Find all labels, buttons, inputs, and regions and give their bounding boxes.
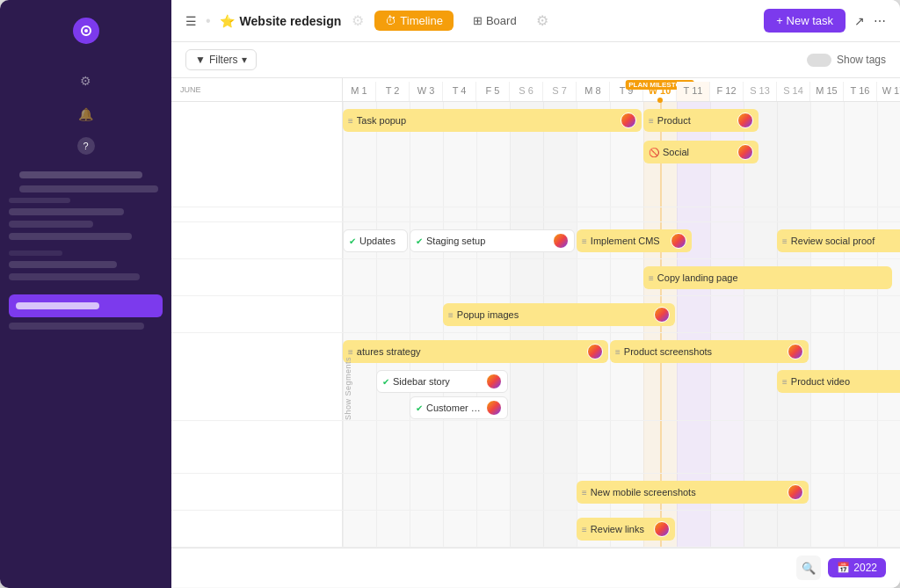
- task-label: Sidebar story: [393, 376, 483, 387]
- filters-label: Filters: [209, 54, 238, 66]
- timeline-row: [171, 207, 900, 222]
- task-label: Review links: [591, 524, 650, 534]
- task-icon: ≡: [348, 347, 353, 357]
- task-bar[interactable]: ✔Updates: [343, 229, 408, 252]
- col-header-14: M 15: [810, 82, 844, 101]
- avatar: [788, 484, 803, 500]
- nav-icon-bell[interactable]: 🔔: [76, 104, 97, 125]
- tab-timeline-label: Timeline: [400, 14, 443, 27]
- avatar: [737, 144, 753, 160]
- row-cells: [343, 421, 900, 473]
- task-label: Staging setup: [426, 236, 549, 246]
- show-segments-label[interactable]: Show Segments: [344, 357, 352, 420]
- task-label: Customer storie: [426, 403, 483, 413]
- col-header-9: W 10PLAN MILESTONE: [643, 82, 677, 101]
- task-label: atures strategy: [357, 346, 584, 357]
- task-bar[interactable]: ≡Popup images: [443, 303, 675, 326]
- task-bar[interactable]: ≡Review links: [577, 518, 675, 541]
- task-bar[interactable]: ✔Customer storie: [410, 396, 508, 419]
- show-tags-toggle: Show tags: [807, 54, 886, 67]
- col-header-7: M 8: [577, 82, 610, 101]
- row-label: [171, 207, 343, 221]
- task-bar[interactable]: ✔Staging setup: [410, 229, 575, 252]
- timeline-row: [171, 421, 900, 474]
- timeline-area: JUNE M 1T 2W 3T 4F 5S 6S 7M 8T 9W 10PLAN…: [171, 78, 900, 588]
- task-bar[interactable]: ≡atures strategy: [343, 340, 608, 363]
- search-bottom-icon[interactable]: 🔍: [796, 555, 821, 580]
- task-bar[interactable]: ≡Copy landing page: [643, 266, 892, 289]
- menu-icon[interactable]: ☰: [185, 14, 197, 28]
- timeline-row: ≡Copy landing page: [171, 259, 900, 296]
- svg-point-1: [84, 29, 88, 33]
- row-label: [171, 421, 343, 473]
- task-label: Updates: [359, 236, 402, 246]
- col-header-2: W 3: [410, 82, 443, 101]
- task-bar[interactable]: ✔Sidebar story: [376, 370, 508, 393]
- col-header-10: T 11: [677, 82, 710, 101]
- col-header-0: M 1: [343, 82, 376, 101]
- more-icon[interactable]: ⋯: [874, 14, 886, 28]
- timeline-row: ≡New mobile screenshots: [171, 474, 900, 511]
- year-badge[interactable]: 📅 2022: [828, 558, 886, 577]
- avatar: [621, 113, 636, 128]
- share-icon[interactable]: ↗: [854, 14, 865, 28]
- col-header-6: S 7: [543, 82, 577, 101]
- timeline-body: ≡Task popup≡Product🚫Social✔Updates✔Stagi…: [171, 102, 900, 548]
- row-cells: ≡Copy landing page: [343, 259, 900, 295]
- row-cells: ✔Updates✔Staging setup≡Implement CMS≡Rev…: [343, 222, 900, 258]
- show-tags-label: Show tags: [837, 54, 886, 66]
- avatar: [788, 344, 803, 359]
- nav-icon-help[interactable]: ?: [77, 137, 95, 155]
- june-label: JUNE: [180, 85, 333, 94]
- row-cells: ≡Review links: [343, 511, 900, 547]
- task-label: Implement CMS: [591, 236, 667, 246]
- task-label: Product video: [791, 376, 900, 387]
- task-label: Product: [657, 115, 734, 126]
- avatar: [654, 521, 670, 537]
- bottom-bar: 🔍 📅 2022: [171, 548, 900, 587]
- avatar: [587, 344, 603, 359]
- task-icon: ≡: [448, 310, 454, 320]
- timeline-row: ≡Task popup≡Product🚫Social: [171, 102, 900, 207]
- task-label: Popup images: [457, 309, 650, 320]
- row-label: [171, 222, 343, 258]
- tab-timeline[interactable]: ⏱ Timeline: [374, 11, 454, 31]
- col-header-12: S 13: [744, 82, 777, 101]
- task-bar[interactable]: ≡Task popup: [343, 109, 642, 132]
- task-icon: ✔: [416, 236, 423, 246]
- row-cells: [343, 207, 900, 221]
- task-bar[interactable]: ≡Implement CMS: [577, 229, 692, 252]
- project-name: ⭐ Website redesign: [220, 14, 342, 28]
- row-label-col-header: JUNE: [171, 78, 343, 101]
- task-bar[interactable]: 🚫Social: [643, 141, 758, 163]
- task-bar[interactable]: ≡Product screenshots: [610, 340, 809, 363]
- col-header-16: W 17: [877, 82, 900, 101]
- task-label: Task popup: [357, 115, 617, 126]
- task-bar[interactable]: ≡Product: [643, 109, 758, 132]
- nav-icon-settings[interactable]: ⚙: [76, 70, 97, 91]
- task-icon: ✔: [349, 236, 356, 246]
- show-tags-switch[interactable]: [807, 54, 831, 67]
- task-icon: ≡: [582, 488, 587, 497]
- col-header-1: T 2: [376, 82, 410, 101]
- col-header-13: S 14: [777, 82, 810, 101]
- task-bar[interactable]: ≡New mobile screenshots: [577, 481, 809, 504]
- task-bar[interactable]: ≡Review social proof: [777, 229, 900, 252]
- avatar: [486, 374, 502, 389]
- task-label: New mobile screenshots: [591, 487, 784, 497]
- tab-board[interactable]: ⊞ Board: [462, 11, 527, 31]
- task-icon: ≡: [782, 377, 788, 387]
- project-icon: ⭐: [220, 14, 235, 28]
- row-cells: ≡Popup images: [343, 296, 900, 332]
- task-icon: ✔: [416, 403, 423, 413]
- main-content: ☰ • ⭐ Website redesign ⚙ ⏱ Timeline ⊞ Bo…: [171, 0, 900, 588]
- app-container: ⚙ 🔔 ? ☰ • ⭐ Websi: [0, 0, 900, 588]
- task-bar[interactable]: ≡Product video: [777, 370, 900, 393]
- new-task-button[interactable]: + New task: [764, 9, 846, 33]
- avatar: [654, 307, 670, 323]
- sidebar-logo[interactable]: [73, 18, 99, 44]
- avatar: [553, 233, 569, 249]
- col-header-3: T 4: [443, 82, 476, 101]
- task-icon: ≡: [582, 236, 587, 246]
- filters-button[interactable]: ▼ Filters ▾: [185, 49, 257, 70]
